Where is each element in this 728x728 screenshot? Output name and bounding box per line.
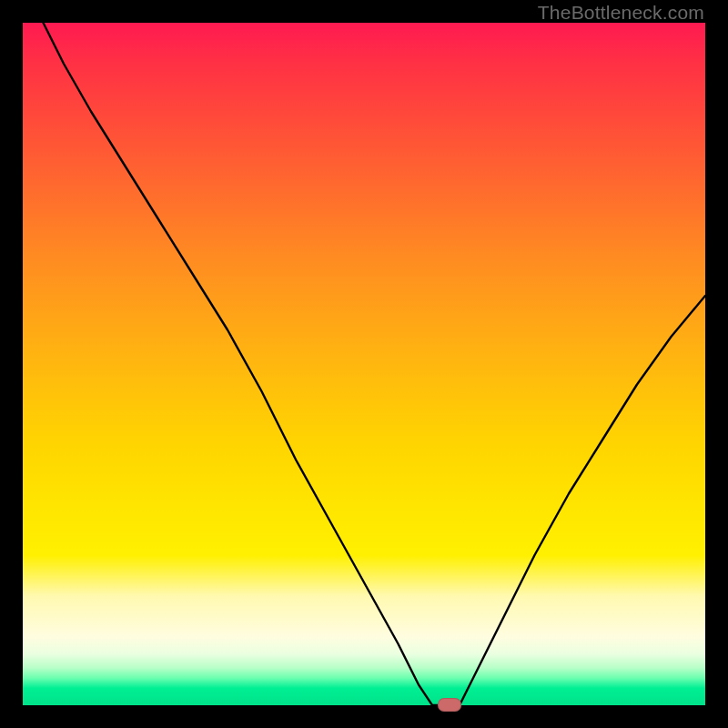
watermark-text: TheBottleneck.com [538, 2, 704, 24]
bottleneck-curve [23, 23, 705, 705]
optimal-point-marker [438, 698, 461, 712]
